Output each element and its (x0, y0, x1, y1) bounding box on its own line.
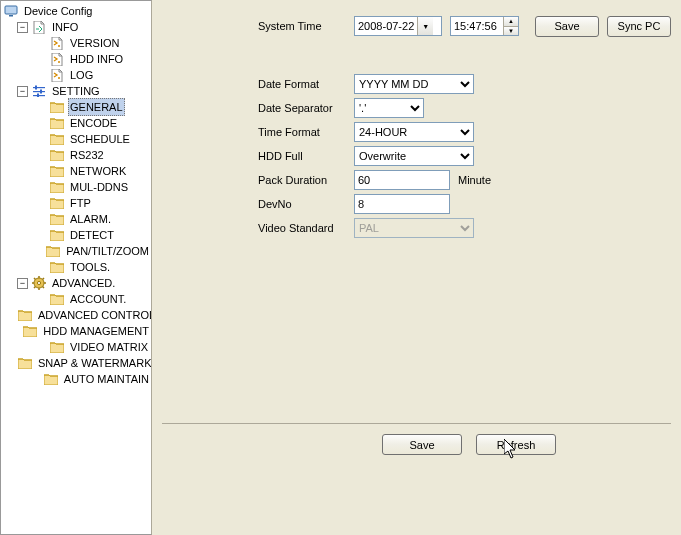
tree-item[interactable]: ACCOUNT. (3, 291, 151, 307)
collapse-icon[interactable]: − (17, 22, 28, 33)
refresh-button[interactable]: Refresh (476, 434, 556, 455)
tree-info[interactable]: − INFO (3, 19, 151, 35)
tree-item-label: HDD MANAGEMENT (41, 323, 151, 339)
sync-pc-button[interactable]: Sync PC (607, 16, 671, 37)
system-date-picker[interactable]: 2008-07-22 ▼ (354, 16, 442, 36)
tree-item[interactable]: ADVANCED CONTROL. (3, 307, 151, 323)
tree-item-label: GENERAL (68, 98, 125, 116)
tree-item[interactable]: FTP (3, 195, 151, 211)
bottom-bar: Save Refresh (162, 423, 671, 455)
tree-item[interactable]: SCHEDULE (3, 131, 151, 147)
hdd-full-select[interactable]: Overwrite (354, 146, 474, 166)
time-format-select[interactable]: 24-HOUR (354, 122, 474, 142)
row-pack-duration: Pack Duration Minute (258, 168, 671, 192)
tree-item-label: SCHEDULE (68, 131, 132, 147)
tree-item[interactable]: DETECT (3, 227, 151, 243)
tree-item[interactable]: AUTO MAINTAIN (3, 371, 151, 387)
save-time-button[interactable]: Save (535, 16, 599, 37)
collapse-icon[interactable]: − (17, 278, 28, 289)
tree-item-label: AUTO MAINTAIN (62, 371, 151, 387)
folder-icon (49, 100, 65, 114)
tree-item[interactable]: HDD MANAGEMENT (3, 323, 151, 339)
svg-point-3 (58, 61, 60, 63)
tree-info-label: INFO (50, 19, 80, 35)
system-time-spinner[interactable]: ▲ ▼ (450, 16, 519, 36)
save-button[interactable]: Save (382, 434, 462, 455)
tree-item[interactable]: MUL-DDNS (3, 179, 151, 195)
tree-advanced[interactable]: − ADVANCED. (3, 275, 151, 291)
tree-item[interactable]: NETWORK (3, 163, 151, 179)
tree-item[interactable]: LOG (3, 67, 151, 83)
date-separator-select[interactable]: '.' (354, 98, 424, 118)
date-separator-label: Date Separator (258, 102, 354, 114)
tree-item-label: RS232 (68, 147, 106, 163)
tree-item-label: PAN/TILT/ZOOM (64, 243, 151, 259)
tree-info-children: VERSIONHDD INFOLOG (3, 35, 151, 83)
svg-rect-6 (35, 86, 37, 90)
folder-icon (49, 132, 65, 146)
tree-advanced-children: ACCOUNT.ADVANCED CONTROL.HDD MANAGEMENTV… (3, 291, 151, 387)
tree-item[interactable]: PAN/TILT/ZOOM (3, 243, 151, 259)
tree-setting-label: SETTING (50, 83, 102, 99)
system-time-label: System Time (258, 20, 354, 32)
folder-icon (49, 164, 65, 178)
folder-icon (49, 148, 65, 162)
svg-rect-8 (40, 90, 42, 94)
svg-rect-5 (33, 87, 45, 88)
system-date-value: 2008-07-22 (358, 20, 414, 32)
tree-item-label: NETWORK (68, 163, 128, 179)
collapse-icon[interactable]: − (17, 86, 28, 97)
pack-duration-input[interactable] (354, 170, 450, 190)
devno-label: DevNo (258, 198, 354, 210)
tree-item[interactable]: RS232 (3, 147, 151, 163)
tree-item-label: VERSION (68, 35, 122, 51)
svg-rect-10 (37, 94, 39, 98)
row-date-separator: Date Separator '.' (258, 96, 671, 120)
tree-item-label: TOOLS. (68, 259, 112, 275)
svg-rect-0 (5, 6, 17, 14)
tree-item[interactable]: HDD INFO (3, 51, 151, 67)
devno-input[interactable] (354, 194, 450, 214)
tree-item-label: VIDEO MATRIX (68, 339, 150, 355)
svg-point-12 (37, 281, 40, 284)
tree-item-label: ADVANCED CONTROL. (36, 307, 152, 323)
folder-icon (43, 372, 59, 386)
row-video-standard: Video Standard PAL (258, 216, 671, 240)
tree-item-label: ALARM. (68, 211, 113, 227)
spin-down-icon[interactable]: ▼ (503, 26, 518, 36)
row-devno: DevNo (258, 192, 671, 216)
video-standard-label: Video Standard (258, 222, 354, 234)
tree-item-label: FTP (68, 195, 93, 211)
tree-item[interactable]: SNAP & WATERMARK (3, 355, 151, 371)
tree-item[interactable]: GENERAL (3, 99, 151, 115)
folder-icon (49, 340, 65, 354)
folder-icon (49, 260, 65, 274)
folder-icon (49, 196, 65, 210)
svg-rect-7 (33, 91, 45, 92)
row-system-time: System Time 2008-07-22 ▼ ▲ ▼ Save Sync P… (258, 14, 671, 38)
tree-item[interactable]: ENCODE (3, 115, 151, 131)
tree-setting[interactable]: − SETTING (3, 83, 151, 99)
folder-icon (49, 180, 65, 194)
chevron-down-icon[interactable]: ▼ (417, 17, 433, 35)
tree-root-label: Device Config (22, 3, 94, 19)
folder-icon (45, 244, 61, 258)
video-standard-select: PAL (354, 218, 474, 238)
system-time-value[interactable] (451, 17, 503, 35)
hdd-full-label: HDD Full (258, 150, 354, 162)
folder-icon (22, 324, 38, 338)
tree-item-label: ACCOUNT. (68, 291, 128, 307)
date-format-select[interactable]: YYYY MM DD (354, 74, 474, 94)
tree-root[interactable]: Device Config (3, 3, 151, 19)
row-hdd-full: HDD Full Overwrite (258, 144, 671, 168)
tree-item[interactable]: TOOLS. (3, 259, 151, 275)
time-format-label: Time Format (258, 126, 354, 138)
tree-item[interactable]: VERSION (3, 35, 151, 51)
tree-item[interactable]: ALARM. (3, 211, 151, 227)
tree-item[interactable]: VIDEO MATRIX (3, 339, 151, 355)
device-tree[interactable]: Device Config − INFO (0, 0, 152, 535)
folder-icon (49, 292, 65, 306)
folder-icon (49, 228, 65, 242)
tree-setting-children: GENERALENCODESCHEDULERS232NETWORKMUL-DDN… (3, 99, 151, 275)
spin-up-icon[interactable]: ▲ (503, 17, 518, 26)
